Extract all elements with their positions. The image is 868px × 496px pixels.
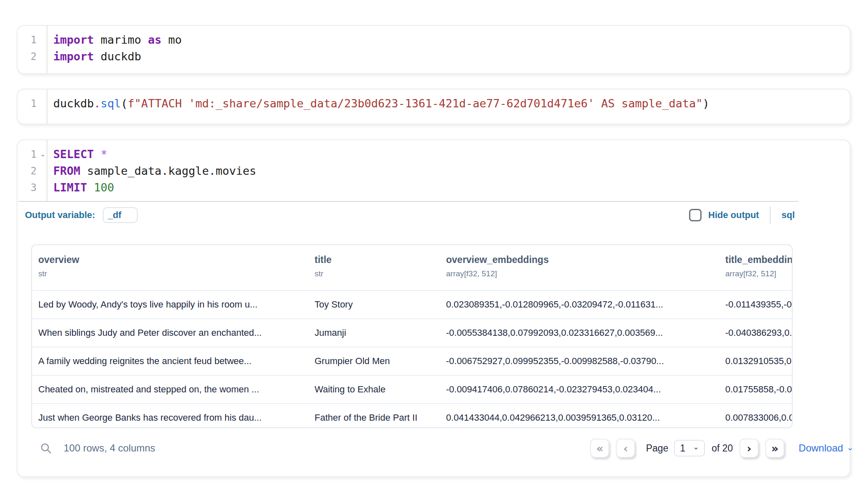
fold-chevron-icon[interactable]: ⌄ [40, 146, 46, 163]
column-type: str [315, 269, 446, 278]
column-header[interactable]: title_embeddingsarray[f32, 512] [725, 254, 793, 290]
double-chevron-right-icon: » [771, 443, 779, 454]
pagination-controls: « ‹ Page 1 ⌄ of 20 › » Download [583, 439, 853, 458]
table-cell: Waiting to Exhale [315, 384, 446, 395]
table-header-row: overviewstrtitlestroverview_embeddingsar… [32, 245, 792, 290]
code-token-pl: marimo [94, 33, 148, 46]
first-page-button[interactable]: « [590, 439, 609, 458]
line-number: 2 [17, 48, 47, 65]
line-number-gutter: 1⌄23 [17, 140, 47, 201]
page-number-select[interactable]: 1 ⌄ [674, 440, 705, 456]
column-type: str [38, 269, 315, 278]
table-cell: -0.006752927,0.099952355,-0.009982588,-0… [446, 356, 725, 367]
code-line[interactable]: duckdb.sql(f"ATTACH 'md:_share/sample_da… [53, 95, 850, 112]
code-cell-imports: 12 import marimo as moimport duckdb [17, 25, 851, 74]
next-page-button[interactable]: › [739, 439, 759, 458]
page-count-label: of 20 [712, 443, 733, 454]
code-token-kw: import [53, 33, 94, 46]
code-editor[interactable]: 1⌄23 SELECT *FROM sample_data.kaggle.mov… [17, 140, 850, 201]
table-cell: When siblings Judy and Peter discover an… [38, 327, 315, 338]
code-token-kw: LIMIT [53, 181, 87, 194]
table-row[interactable]: A family wedding reignites the ancient f… [32, 347, 792, 375]
line-number: 2 [17, 163, 47, 179]
column-header[interactable]: titlestr [315, 254, 446, 290]
column-name: overview [38, 254, 315, 265]
code-token-pl: ( [121, 97, 128, 110]
table-cell: Jumanji [315, 327, 446, 338]
chevron-down-icon: ⌄ [847, 443, 853, 452]
code-line[interactable]: import marimo as mo [53, 32, 850, 48]
table-cell: 0.01755858,-0.00862864 [725, 384, 792, 395]
table-cell: 0.007833006,0.0978013 [725, 412, 792, 423]
table-cell: Grumpier Old Men [315, 356, 446, 367]
line-number: 1⌄ [17, 146, 47, 163]
code-token-star: * [101, 148, 107, 161]
column-header[interactable]: overviewstr [38, 254, 315, 290]
code-token-pl: mo [161, 33, 182, 46]
code-line[interactable]: FROM sample_data.kaggle.movies [53, 163, 850, 179]
table-cell: 0.0132910535,0.069588 [725, 356, 792, 367]
output-variable-bar: Output variable: Hide output sql [17, 202, 850, 228]
hide-output-checkbox[interactable] [689, 209, 702, 221]
column-type: array[f32, 512] [446, 269, 725, 278]
sql-cell: 1⌄23 SELECT *FROM sample_data.kaggle.mov… [17, 139, 851, 477]
code-editor[interactable]: 1 duckdb.sql(f"ATTACH 'md:_share/sample_… [17, 89, 850, 124]
table-cell: -0.011439355,-0.027525 [725, 299, 792, 310]
marimo-notebook: 12 import marimo as moimport duckdb 1 du… [0, 0, 868, 496]
table-cell: 0.023089351,-0.012809965,-0.03209472,-0.… [446, 299, 725, 310]
download-label: Download [799, 442, 843, 454]
code-cell-attach: 1 duckdb.sql(f"ATTACH 'md:_share/sample_… [17, 89, 851, 124]
code-token-str: f"ATTACH 'md:_share/sample_data/23b0d623… [128, 97, 703, 110]
code-lines: duckdb.sql(f"ATTACH 'md:_share/sample_da… [47, 89, 850, 124]
code-token-pl: duckdb [53, 97, 94, 110]
table-row[interactable]: Just when George Banks has recovered fro… [32, 403, 792, 428]
table-footer: 100 rows, 4 columns « ‹ Page 1 ⌄ of 20 › [31, 433, 853, 464]
table-cell: -0.040386293,0.0684511 [725, 327, 792, 338]
table-cell: Just when George Banks has recovered fro… [38, 412, 315, 423]
page-number-value: 1 [680, 443, 685, 454]
table-row[interactable]: Cheated on, mistreated and stepped on, t… [32, 375, 792, 403]
column-header[interactable]: overview_embeddingsarray[f32, 512] [446, 254, 725, 290]
page-label: Page [646, 443, 668, 454]
code-line[interactable]: LIMIT 100 [53, 179, 850, 196]
table-cell: -0.009417406,0.07860214,-0.023279453,0.0… [446, 384, 725, 395]
hide-output-label[interactable]: Hide output [708, 210, 759, 221]
column-name: title [315, 254, 446, 265]
output-variable-label: Output variable: [25, 210, 95, 221]
table-cell: A family wedding reignites the ancient f… [38, 356, 315, 367]
divider [770, 206, 771, 224]
last-page-button[interactable]: » [765, 439, 784, 458]
dataframe-table: overviewstrtitlestroverview_embeddingsar… [31, 244, 793, 428]
search-icon[interactable] [40, 442, 52, 454]
code-line[interactable]: import duckdb [53, 48, 850, 65]
double-chevron-left-icon: « [596, 443, 603, 454]
table-body: Led by Woody, Andy's toys live happily i… [32, 290, 792, 428]
previous-page-button[interactable]: ‹ [616, 439, 635, 458]
row-count-summary: 100 rows, 4 columns [64, 442, 155, 454]
code-token-pl: sample_data.kaggle.movies [80, 164, 256, 177]
code-lines: import marimo as moimport duckdb [47, 26, 850, 73]
table-cell: Toy Story [315, 299, 446, 310]
code-token-kw: as [148, 33, 162, 46]
language-badge[interactable]: sql [781, 210, 795, 221]
code-token-dot: . [94, 97, 101, 110]
code-token-pl: ) [703, 97, 709, 110]
code-token-kw: SELECT [53, 148, 94, 161]
table-row[interactable]: Led by Woody, Andy's toys live happily i… [32, 290, 792, 318]
table-cell: -0.0055384138,0.07992093,0.023316627,0.0… [446, 327, 725, 338]
output-variable-input[interactable] [103, 207, 138, 223]
table-cell: Father of the Bride Part II [315, 412, 446, 423]
code-editor[interactable]: 12 import marimo as moimport duckdb [17, 26, 850, 73]
column-type: array[f32, 512] [725, 269, 793, 278]
table-row[interactable]: When siblings Judy and Peter discover an… [32, 318, 792, 347]
table-cell: Led by Woody, Andy's toys live happily i… [38, 299, 315, 310]
download-button[interactable]: Download ⌄ [799, 442, 853, 454]
line-number: 1 [17, 32, 47, 48]
line-number: 1 [17, 95, 47, 112]
column-name: overview_embeddings [446, 254, 725, 265]
chevron-right-icon: › [747, 443, 751, 454]
code-line[interactable]: SELECT * [53, 146, 850, 163]
table-cell: 0.041433044,0.042966213,0.0039591365,0.0… [446, 412, 725, 423]
line-number: 3 [17, 179, 47, 196]
code-token-num: 100 [94, 181, 114, 194]
